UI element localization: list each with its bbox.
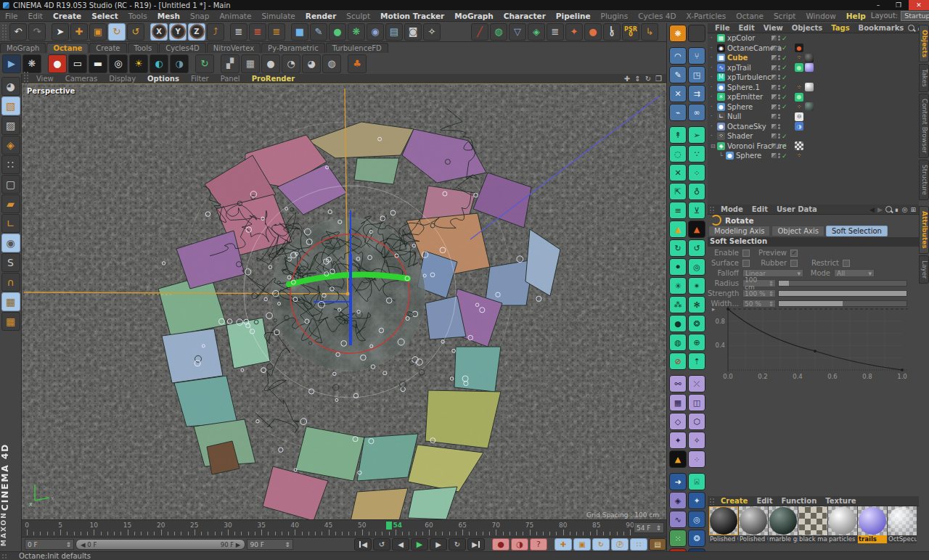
- character-icon[interactable]: ✦: [565, 23, 583, 41]
- dove-icon[interactable]: ✦: [688, 492, 705, 509]
- material-name[interactable]: trails: [858, 535, 887, 543]
- tag-phong-icon[interactable]: ⁘: [795, 83, 803, 91]
- layer-color-square[interactable]: [772, 65, 777, 70]
- next-frame-button[interactable]: ▶: [430, 538, 447, 551]
- menu-simulate[interactable]: Simulate: [256, 12, 300, 20]
- points-mode-icon[interactable]: ∷: [1, 155, 20, 174]
- xparticles-blue-icon[interactable]: ⌁: [669, 104, 687, 121]
- start-frame-field[interactable]: 0 F⇕: [25, 539, 74, 550]
- object-name[interactable]: Sphere.1: [727, 83, 760, 91]
- strength-field[interactable]: 100 %⇕: [742, 289, 776, 297]
- add-generator-icon[interactable]: ●: [329, 23, 346, 41]
- panel-tab-structure[interactable]: Structure: [919, 160, 929, 200]
- donut-icon[interactable]: ◎: [688, 511, 705, 528]
- tag-phong-icon[interactable]: ⁘: [795, 102, 803, 111]
- xparticles-green-icon[interactable]: ⊕: [688, 334, 705, 351]
- autokey-button[interactable]: ◑: [511, 538, 528, 551]
- psr-icon[interactable]: PSR0: [622, 23, 639, 41]
- xparticles-green-icon[interactable]: ◍: [669, 334, 687, 351]
- panel-tab-takes[interactable]: Takes: [919, 64, 929, 92]
- menu-snap[interactable]: Snap: [185, 12, 214, 20]
- viewport-menu-view[interactable]: View: [30, 75, 60, 83]
- xparticles-green-icon[interactable]: ❂: [688, 315, 705, 332]
- loop-button[interactable]: ↻: [449, 538, 466, 551]
- xparticles-green-icon[interactable]: ⚫: [669, 258, 687, 276]
- status-grip[interactable]: [1, 553, 7, 559]
- play-backwards-button[interactable]: ↺: [373, 538, 390, 551]
- xparticles-purple-icon[interactable]: ✦: [669, 432, 687, 449]
- maximize-button[interactable]: ❐: [888, 0, 909, 10]
- menu-mograph[interactable]: MoGraph: [449, 12, 499, 20]
- octane-arealight-icon[interactable]: ▭: [68, 54, 87, 73]
- brush-convert-icon[interactable]: ◕: [1, 77, 20, 96]
- menu-animate[interactable]: Animate: [214, 12, 256, 20]
- visibility-toggles[interactable]: ✓: [772, 94, 789, 101]
- add-mograph-icon[interactable]: ❋: [348, 23, 365, 41]
- mat-menu-texture[interactable]: Texture: [821, 497, 860, 505]
- xparticles-blue-icon[interactable]: ⇉: [688, 85, 705, 102]
- close-button[interactable]: ✕: [909, 0, 929, 10]
- material-preview[interactable]: [828, 506, 857, 535]
- worm-icon[interactable]: ∿: [669, 511, 687, 528]
- menu-pipeline[interactable]: Pipeline: [551, 12, 596, 20]
- add-cube-icon[interactable]: ■: [291, 23, 308, 41]
- visibility-toggles[interactable]: ✓: [772, 64, 789, 71]
- menu-plugins[interactable]: Plugins: [596, 12, 634, 20]
- workplane-mode-icon[interactable]: ◈: [1, 136, 20, 155]
- material-preview[interactable]: [709, 506, 738, 535]
- enabled-check-icon[interactable]: ✓: [782, 83, 789, 91]
- material-name[interactable]: Polished C: [709, 535, 738, 543]
- undo-icon[interactable]: ↶: [9, 23, 27, 41]
- panel-tab-layer[interactable]: Layer: [919, 255, 929, 284]
- attr-lock-icon[interactable]: ∎: [895, 206, 899, 213]
- menu-help[interactable]: Help: [841, 12, 871, 20]
- object-row[interactable]: ·⁘Shader✓: [708, 131, 919, 141]
- tab-cycles4d[interactable]: Cycles4D: [159, 43, 206, 53]
- layer-color-square[interactable]: [772, 75, 777, 80]
- layer-color-square[interactable]: [772, 114, 777, 119]
- visibility-toggles[interactable]: ✓: [772, 83, 789, 91]
- enable-checkbox[interactable]: [742, 250, 750, 257]
- tag-mat-marble-icon[interactable]: [805, 102, 814, 111]
- attr-search-icon[interactable]: [885, 206, 892, 213]
- menu-script[interactable]: Script: [769, 12, 801, 20]
- add-spline-icon[interactable]: ✎: [310, 23, 327, 41]
- viewport-zoom-icon[interactable]: ⇕: [634, 75, 640, 83]
- enabled-check-icon[interactable]: ✓: [782, 142, 789, 149]
- attr-forward-icon[interactable]: ▶: [877, 206, 883, 213]
- visibility-toggles[interactable]: ✓: [772, 142, 789, 149]
- falloff-curve-graph[interactable]: 0.00.20.40.60.81.00.80.4▸: [709, 303, 917, 384]
- xparticles-blue-icon[interactable]: ◠: [669, 47, 687, 65]
- keyframe-selection-button[interactable]: ?: [530, 538, 547, 551]
- xparticles-purple-icon[interactable]: ◫: [688, 394, 705, 411]
- tag-phong-icon[interactable]: ⁘: [795, 54, 803, 62]
- xparticles-blue-icon[interactable]: ∞: [688, 104, 705, 121]
- rubber-checkbox[interactable]: [790, 260, 798, 267]
- panel-tab-objects[interactable]: Objects: [919, 25, 929, 62]
- attr-new-panel-icon[interactable]: ⊞: [910, 206, 916, 213]
- tab-soft-selection[interactable]: Soft Selection: [826, 226, 888, 236]
- xparticles-blue-icon[interactable]: ✕: [669, 85, 687, 102]
- workplane-auto-icon[interactable]: ▦: [1, 312, 20, 331]
- cycles-arrow-icon[interactable]: ➜: [669, 473, 687, 490]
- rotate-last-icon[interactable]: ↺: [127, 23, 144, 41]
- mat-grip[interactable]: [709, 498, 715, 505]
- end-frame-field[interactable]: 90 F⇕: [247, 539, 292, 550]
- prev-frame-button[interactable]: ◀: [392, 538, 409, 551]
- object-name[interactable]: Null: [727, 112, 741, 120]
- lock-y-icon[interactable]: Y: [169, 23, 187, 41]
- axis-mode-icon[interactable]: ∟: [1, 214, 20, 233]
- expand-icon[interactable]: ⊟: [711, 143, 717, 149]
- object-name[interactable]: Sphere: [736, 152, 761, 160]
- enabled-check-icon[interactable]: ✓: [782, 94, 789, 101]
- xparticles-green-icon[interactable]: ≡: [669, 202, 687, 219]
- layer-color-square[interactable]: [772, 104, 777, 110]
- object-row[interactable]: ·●Sphere✓⁘: [708, 102, 919, 112]
- add-camera-icon[interactable]: ◙: [404, 23, 422, 41]
- render-picture-viewer-icon[interactable]: ≣: [249, 23, 266, 41]
- object-row[interactable]: ·∿xpTrail✓●: [708, 63, 919, 73]
- visibility-toggles[interactable]: [772, 114, 789, 119]
- menu-character[interactable]: Character: [499, 12, 551, 20]
- om-menu-tags[interactable]: Tags: [827, 24, 854, 32]
- viewport-menu-prorender[interactable]: ProRender: [246, 75, 301, 83]
